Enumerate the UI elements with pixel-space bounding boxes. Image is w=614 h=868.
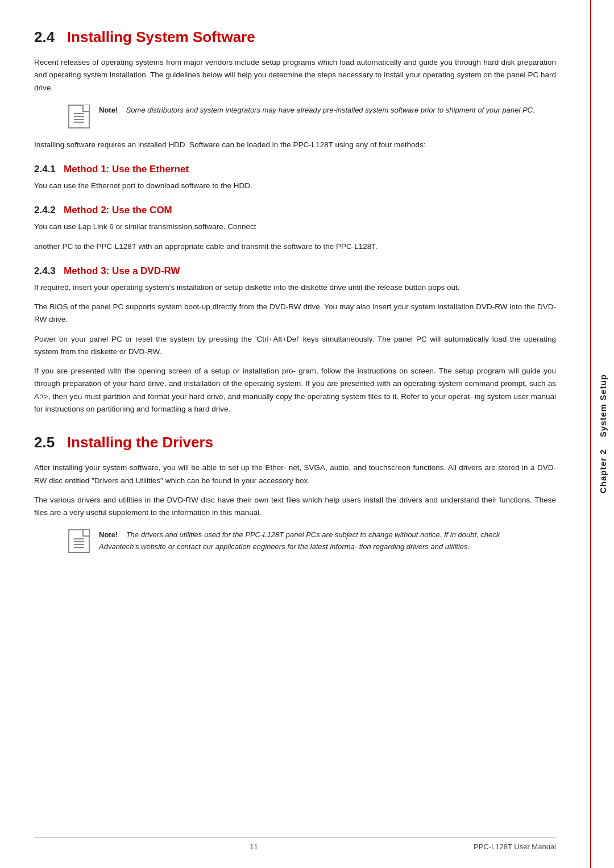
note-icon-1	[68, 105, 90, 128]
section-2-4-2-body1: You can use Lap Link 6 or similar transm…	[34, 221, 556, 233]
section-2-4-intro: Recent releases of operating systems fro…	[34, 56, 556, 94]
section-2-4-num: 2.4	[34, 28, 55, 45]
section-2-4-3-para2: The BIOS of the panel PC supports system…	[34, 301, 556, 326]
section-2-5-label: Installing the Drivers	[67, 434, 213, 451]
section-2-4-3-title: 2.4.3 Method 3: Use a DVD-RW	[34, 265, 556, 277]
section-2-4-3-para3: Power on your panel PC or reset the syst…	[34, 333, 556, 359]
sidebar-tab: Chapter 2 System Setup	[590, 0, 614, 868]
section-2-4-3-label: Method 3: Use a DVD-RW	[64, 265, 180, 276]
section-2-4-2-label: Method 2: Use the COM	[64, 205, 172, 215]
section-2-4-2-body2: another PC to the PPC-L128T with an appr…	[34, 240, 556, 253]
section-2-4-2-num: 2.4.2	[34, 205, 56, 215]
section-2-4-1-body: You can use the Ethernet port to downloa…	[34, 180, 556, 192]
section-2-4-3-para1: If required, insert your operating syste…	[34, 281, 556, 294]
section-2-4-title: 2.4 Installing System Software	[34, 28, 556, 46]
section-2-4-3-num: 2.4.3	[34, 265, 56, 276]
note-box-1: Note! Some distributors and system integ…	[68, 105, 539, 128]
footer-page-number: 11	[34, 842, 474, 851]
note-1-text: Some distributors and system integrators…	[126, 106, 535, 114]
note-1-label: Note!	[99, 106, 118, 114]
note-icon-lines-2	[74, 538, 84, 548]
note-box-2: Note! The drivers and utilities used for…	[68, 529, 539, 553]
page-footer: 11 PPC-L128T User Manual	[34, 837, 556, 851]
section-2-4-label: Installing System Software	[67, 28, 255, 45]
note-icon-lines-1	[74, 113, 84, 123]
sidebar-tab-text: Chapter 2 System Setup	[597, 374, 609, 493]
section-2-4-1-label: Method 1: Use the Ethernet	[64, 164, 189, 175]
note-2-content: Note! The drivers and utilities used for…	[99, 529, 539, 553]
section-2-5-para2: The various drivers and utilities in the…	[34, 494, 556, 520]
page-container: 2.4 Installing System Software Recent re…	[0, 0, 614, 868]
section-2-4-loading-text: Installing software requires an installe…	[34, 139, 556, 151]
footer-manual-title: PPC-L128T User Manual	[474, 842, 556, 851]
section-2-5-title: 2.5 Installing the Drivers	[34, 434, 556, 451]
section-2-4-3-para4: If you are presented with the opening sc…	[34, 365, 556, 416]
chapter-label: Chapter 2	[598, 449, 608, 493]
section-2-5-para1: After installing your system software, y…	[34, 462, 556, 487]
section-2-4-1-title: 2.4.1 Method 1: Use the Ethernet	[34, 164, 556, 175]
main-content: 2.4 Installing System Software Recent re…	[0, 0, 590, 868]
note-1-content: Note! Some distributors and system integ…	[99, 105, 535, 117]
note-2-text: The drivers and utilities used for the P…	[99, 530, 500, 551]
note-icon-2	[68, 529, 90, 553]
chapter-title: System Setup	[598, 374, 608, 437]
section-2-5-num: 2.5	[34, 434, 55, 451]
section-2-4-2-title: 2.4.2 Method 2: Use the COM	[34, 205, 556, 216]
section-2-4-1-num: 2.4.1	[34, 164, 56, 175]
note-2-label: Note!	[99, 530, 118, 539]
